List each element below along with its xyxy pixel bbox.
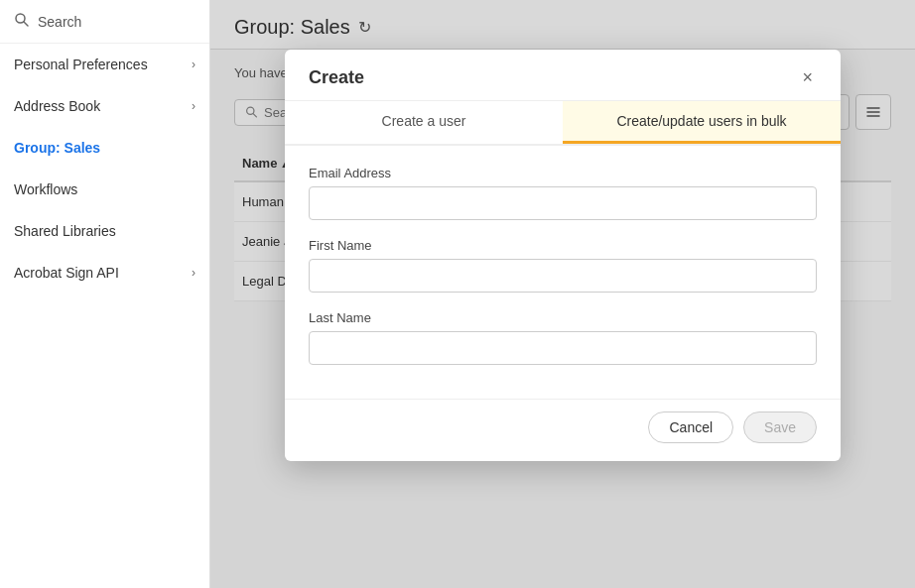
last-name-field[interactable] [309,331,817,365]
sidebar-item-label: Group: Sales [14,140,196,156]
modal-body: Email Address First Name Last Name [285,146,841,399]
modal-footer: Cancel Save [285,399,841,461]
email-form-group: Email Address [309,166,817,220]
sidebar-item-address-book[interactable]: Address Book › [0,85,209,127]
tab-bulk-update-label: Create/update users in bulk [616,113,786,129]
modal-title: Create [309,67,364,88]
svg-line-1 [24,22,28,26]
sidebar-search[interactable]: Search [0,0,209,44]
create-modal: Create × Create a user Create/update use… [285,50,841,461]
sidebar-item-label: Personal Preferences [14,57,192,72]
tab-bulk-update[interactable]: Create/update users in bulk [563,101,841,144]
sidebar-item-workflows[interactable]: Workflows [0,169,209,210]
search-icon [14,12,30,31]
tab-create-user[interactable]: Create a user [285,101,563,144]
last-name-label: Last Name [309,310,817,325]
save-button[interactable]: Save [743,412,817,443]
modal-header: Create × [285,50,841,101]
chevron-down-icon: › [192,99,196,113]
first-name-label: First Name [309,238,817,253]
modal-tabs: Create a user Create/update users in bul… [285,101,841,146]
modal-overlay: Create × Create a user Create/update use… [210,0,915,588]
sidebar-item-shared-libraries[interactable]: Shared Libraries [0,210,209,252]
main-content: Group: Sales ↻ You have 3 total users (3… [210,0,915,588]
sidebar-item-personal-preferences[interactable]: Personal Preferences › [0,44,209,85]
chevron-down-icon: › [192,266,196,280]
sidebar-search-label: Search [38,14,81,30]
email-field[interactable] [309,186,817,220]
sidebar-item-label: Shared Libraries [14,223,196,239]
sidebar-item-label: Address Book [14,98,192,114]
first-name-form-group: First Name [309,238,817,293]
sidebar-item-group-sales[interactable]: Group: Sales [0,127,209,169]
sidebar-item-acrobat-sign-api[interactable]: Acrobat Sign API › [0,252,209,294]
chevron-down-icon: › [192,58,196,71]
first-name-field[interactable] [309,259,817,293]
cancel-button[interactable]: Cancel [648,412,733,443]
tab-create-user-label: Create a user [382,113,466,129]
email-label: Email Address [309,166,817,180]
sidebar-item-label: Workflows [14,181,196,197]
sidebar-item-label: Acrobat Sign API [14,265,192,281]
modal-close-button[interactable]: × [798,67,817,88]
sidebar: Search Personal Preferences › Address Bo… [0,0,210,588]
last-name-form-group: Last Name [309,310,817,365]
